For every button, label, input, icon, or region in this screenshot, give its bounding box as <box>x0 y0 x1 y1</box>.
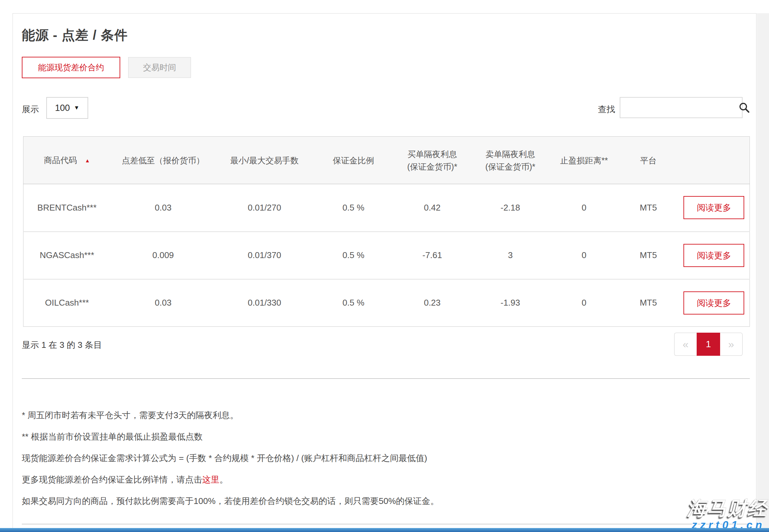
cell-lots: 0.01/370 <box>216 232 313 279</box>
search-input[interactable] <box>620 98 738 117</box>
footnote-swap-friday: * 周五闭市时若有未平仓头寸，需要支付3天的隔夜利息。 <box>22 409 716 421</box>
search-box[interactable] <box>620 97 743 118</box>
cell-margin: 0.5 % <box>313 279 394 327</box>
sort-asc-icon[interactable]: ▲ <box>85 158 90 163</box>
tab-energy-spot-cfd[interactable]: 能源现货差价合约 <box>22 57 120 78</box>
page-size-select[interactable]: 100 ▼ <box>46 97 88 119</box>
tab-trading-hours[interactable]: 交易时间 <box>128 57 191 78</box>
cell-platform: MT5 <box>618 279 679 327</box>
cell-platform: MT5 <box>618 184 679 232</box>
footnote-margin-details: 更多现货能源差价合约保证金比例详情，请点击这里。 <box>22 474 716 485</box>
cell-symbol: BRENTCash*** <box>23 184 111 232</box>
cell-symbol: OILCash*** <box>23 279 111 327</box>
watermark-brand: 海马财经 <box>687 496 768 521</box>
read-more-button[interactable]: 阅读更多 <box>684 291 744 315</box>
prev-icon: « <box>683 338 689 350</box>
page-title: 能源 - 点差 / 条件 <box>22 26 128 44</box>
page-size-value: 100 <box>55 103 70 113</box>
column-header-spread[interactable]: 点差低至（报价货币） <box>110 137 216 184</box>
cell-stop-distance: 0 <box>550 184 619 232</box>
here-link[interactable]: 这里 <box>202 475 219 484</box>
read-more-button[interactable]: 阅读更多 <box>684 244 744 267</box>
cell-margin: 0.5 % <box>313 184 394 232</box>
search-icon[interactable] <box>738 102 750 114</box>
pagination-prev-button[interactable]: « <box>674 333 697 356</box>
divider <box>22 524 750 524</box>
table-header-row: 商品代码▲ 点差低至（报价货币） 最小/最大交易手数 保证金比例 买单隔夜利息 … <box>23 137 750 184</box>
page-right-gutter <box>757 13 769 528</box>
table-row: BRENTCash*** 0.03 0.01/270 0.5 % 0.42 -2… <box>23 184 750 232</box>
cell-spread: 0.009 <box>110 232 216 279</box>
cell-swap-buy: 0.23 <box>394 279 471 327</box>
search-label: 查找 <box>598 104 615 115</box>
footnotes: * 周五闭市时若有未平仓头寸，需要支付3天的隔夜利息。 ** 根据当前市价设置挂… <box>22 409 716 516</box>
column-header-actions <box>679 137 750 184</box>
tab-label: 交易时间 <box>143 62 176 73</box>
table-row: OILCash*** 0.03 0.01/330 0.5 % 0.23 -1.9… <box>23 279 750 327</box>
column-header-platform[interactable]: 平台 <box>618 137 679 184</box>
cell-spread: 0.03 <box>110 184 216 232</box>
column-header-swap-sell[interactable]: 卖单隔夜利息 (保证金货币)* <box>471 137 550 184</box>
column-header-swap-buy[interactable]: 买单隔夜利息 (保证金货币)* <box>394 137 471 184</box>
column-header-symbol[interactable]: 商品代码▲ <box>23 137 111 184</box>
pagination-next-button[interactable]: » <box>720 333 743 356</box>
cell-spread: 0.03 <box>110 279 216 327</box>
cell-lots: 0.01/330 <box>216 279 313 327</box>
cell-swap-sell: -1.93 <box>471 279 550 327</box>
next-icon: » <box>728 338 734 350</box>
table-row: NGASCash*** 0.009 0.01/370 0.5 % -7.61 3… <box>23 232 750 279</box>
pagination: « 1 » <box>674 333 743 356</box>
footnote-stop-levels: ** 根据当前市价设置挂单的最低止损盈最低点数 <box>22 431 716 443</box>
divider <box>22 378 750 379</box>
cell-swap-buy: -7.61 <box>394 232 471 279</box>
column-header-lots[interactable]: 最小/最大交易手数 <box>216 137 313 184</box>
cell-symbol: NGASCash*** <box>23 232 111 279</box>
read-more-button[interactable]: 阅读更多 <box>684 196 744 219</box>
tab-label: 能源现货差价合约 <box>38 62 104 73</box>
column-header-margin[interactable]: 保证金比例 <box>313 137 394 184</box>
cell-swap-sell: 3 <box>471 232 550 279</box>
cell-stop-distance: 0 <box>550 279 619 327</box>
bottom-blue-bar <box>0 528 769 532</box>
entries-summary: 显示 1 在 3 的 3 条目 <box>22 339 102 351</box>
cell-swap-sell: -2.18 <box>471 184 550 232</box>
footnote-hedged-margin: 如果交易同方向的商品，预付款比例需要高于100%，若使用差价合约锁仓交易的话，则… <box>22 495 716 507</box>
page-size-label: 展示 <box>22 104 39 115</box>
cell-lots: 0.01/270 <box>216 184 313 232</box>
spread-conditions-table: 商品代码▲ 点差低至（报价货币） 最小/最大交易手数 保证金比例 买单隔夜利息 … <box>23 136 750 327</box>
footnote-margin-formula: 现货能源差价合约保证金需求计算公式为 = (手数 * 合约规模 * 开仓价格) … <box>22 452 716 464</box>
column-header-stop-distance[interactable]: 止盈损距离** <box>550 137 619 184</box>
chevron-down-icon: ▼ <box>74 105 80 111</box>
cell-platform: MT5 <box>618 232 679 279</box>
cell-stop-distance: 0 <box>550 232 619 279</box>
pagination-page-1[interactable]: 1 <box>697 333 720 356</box>
cell-margin: 0.5 % <box>313 232 394 279</box>
cell-swap-buy: 0.42 <box>394 184 471 232</box>
